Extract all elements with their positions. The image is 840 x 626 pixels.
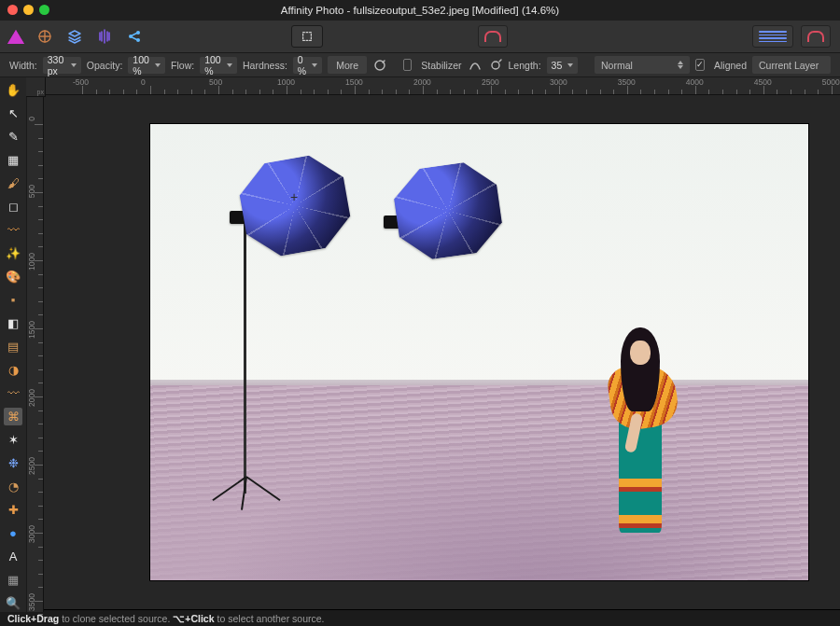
horizontal-ruler[interactable]: -500050010001500200025003000350040004500… (26, 77, 840, 95)
svg-rect-4 (303, 33, 312, 41)
photo-softbox-right (393, 163, 503, 258)
v-ruler-label: 1000 (27, 253, 36, 271)
blend-mode-select[interactable]: Normal (595, 56, 690, 74)
zoom-window-button[interactable] (39, 5, 49, 15)
stack-icon[interactable] (63, 25, 86, 48)
h-ruler-label: 0 (141, 77, 146, 87)
clone-source-marker: + (290, 189, 298, 204)
status-hint-1-action: Click+Drag (7, 613, 59, 624)
share-icon[interactable] (123, 25, 146, 48)
snapping-toggle[interactable] (478, 25, 508, 48)
tool-view-hand[interactable]: ✋ (4, 81, 22, 99)
tool-paint-mixer[interactable]: 🎨 (4, 268, 22, 285)
v-ruler-label: 3500 (27, 593, 36, 611)
photo-subject-woman (600, 327, 679, 533)
v-ruler-label: 2500 (27, 457, 36, 475)
more-button[interactable]: More (328, 56, 367, 74)
tools-panel: ✋↖✎▦🖌◻〰✨🎨▪◧▤◑〰⌘✶❉◔✚●A▦🔍 (0, 77, 27, 612)
tool-inpaint[interactable]: ✶ (4, 431, 22, 449)
tool-zoom[interactable]: 🔍 (4, 594, 22, 612)
photo-light-stand (244, 223, 246, 494)
tool-sponge[interactable]: ◔ (4, 478, 22, 495)
app-logo-icon (6, 26, 26, 47)
v-ruler-label: 2000 (27, 389, 36, 407)
source-select[interactable]: Current Layer (752, 56, 831, 74)
flow-field[interactable]: 100 % (200, 57, 237, 74)
window-title: Affinity Photo - fullsizeoutput_53e2.jpe… (0, 5, 840, 16)
length-label: Length: (509, 60, 541, 71)
tool-erase[interactable]: ◧ (4, 314, 22, 332)
photo-softbox-left (239, 157, 351, 255)
mirror-icon[interactable] (93, 25, 116, 48)
close-window-button[interactable] (7, 5, 18, 15)
svg-point-6 (492, 62, 499, 69)
width-field[interactable]: 330 px (43, 57, 81, 74)
width-label: Width: (9, 60, 37, 71)
marquee-selection-button[interactable] (291, 25, 323, 48)
hardness-field[interactable]: 0 % (293, 57, 322, 74)
tool-crop[interactable]: ▦ (4, 151, 22, 169)
app-toolbar (0, 21, 840, 53)
status-hint-2-action: ⌥+Click (173, 613, 214, 624)
auto-levels-icon[interactable] (34, 25, 56, 48)
tool-shape-circle[interactable]: ● (4, 524, 22, 542)
tool-dodge-burn[interactable]: ◑ (4, 361, 22, 379)
status-bar: Click+Drag to clone selected source. ⌥+C… (0, 609, 840, 626)
titlebar: Affinity Photo - fullsizeoutput_53e2.jpe… (0, 0, 840, 21)
tool-move[interactable]: ↖ (4, 104, 22, 122)
tool-pixel[interactable]: ▪ (4, 291, 22, 309)
aligned-checkbox[interactable] (695, 59, 705, 71)
tool-fill[interactable]: ▤ (4, 338, 22, 355)
window-stabilizer-icon[interactable] (488, 54, 503, 77)
opacity-field[interactable]: 100 % (128, 57, 165, 74)
magnet-icon (484, 31, 501, 42)
hardness-label: Hardness: (243, 60, 287, 71)
tool-lasso[interactable]: 〰 (4, 221, 22, 239)
h-ruler-label: -500 (73, 77, 89, 87)
tool-blur[interactable]: ❉ (4, 454, 22, 472)
aligned-label: Aligned (714, 60, 747, 71)
status-hint-2-text: to select another source. (217, 613, 325, 624)
tool-paint-brush[interactable]: 🖌 (4, 174, 22, 192)
tool-selection-rect[interactable]: ◻ (4, 198, 22, 216)
context-toolbar: Width: 330 px Opacity: 100 % Flow: 100 %… (0, 53, 840, 77)
flow-label: Flow: (171, 60, 194, 71)
stabilizer-label: Stabilizer (421, 60, 461, 71)
tool-clone[interactable]: ⌘ (4, 408, 22, 425)
workspace: ✋↖✎▦🖌◻〰✨🎨▪◧▤◑〰⌘✶❉◔✚●A▦🔍 px -500050010001… (0, 77, 840, 612)
opacity-label: Opacity: (87, 60, 123, 71)
snapping-toggle-2[interactable] (801, 25, 831, 48)
tool-healing[interactable]: ✚ (4, 501, 22, 519)
v-ruler-label: 1500 (27, 321, 36, 339)
canvas-viewport[interactable]: + (43, 94, 840, 612)
h-ruler-label: 500 (209, 77, 222, 87)
v-ruler-label: 0 (27, 117, 36, 121)
tool-color-picker[interactable]: ✎ (4, 128, 22, 146)
status-hint-1-text: to clone selected source. (62, 613, 170, 624)
length-field[interactable]: 35 (547, 57, 579, 74)
window-controls[interactable] (7, 5, 49, 15)
alignment-button[interactable] (752, 25, 793, 48)
tool-smudge[interactable]: 〰 (4, 384, 22, 402)
ruler-unit: px (26, 77, 46, 97)
brush-panel-icon[interactable] (372, 56, 387, 75)
vertical-ruler[interactable]: 05001000150020002500300035004000 (26, 94, 44, 612)
v-ruler-label: 3000 (27, 525, 36, 543)
minimize-window-button[interactable] (23, 5, 34, 15)
document-canvas[interactable]: + (150, 124, 808, 580)
tool-text[interactable]: A (4, 548, 22, 565)
photo-tripod-legs (208, 477, 283, 514)
tool-flood-select[interactable]: ✨ (4, 244, 22, 262)
tool-mesh[interactable]: ▦ (4, 571, 22, 589)
magnet-icon (807, 31, 824, 42)
rope-stabilizer-icon[interactable] (468, 54, 483, 77)
stabilizer-checkbox[interactable] (403, 59, 413, 71)
